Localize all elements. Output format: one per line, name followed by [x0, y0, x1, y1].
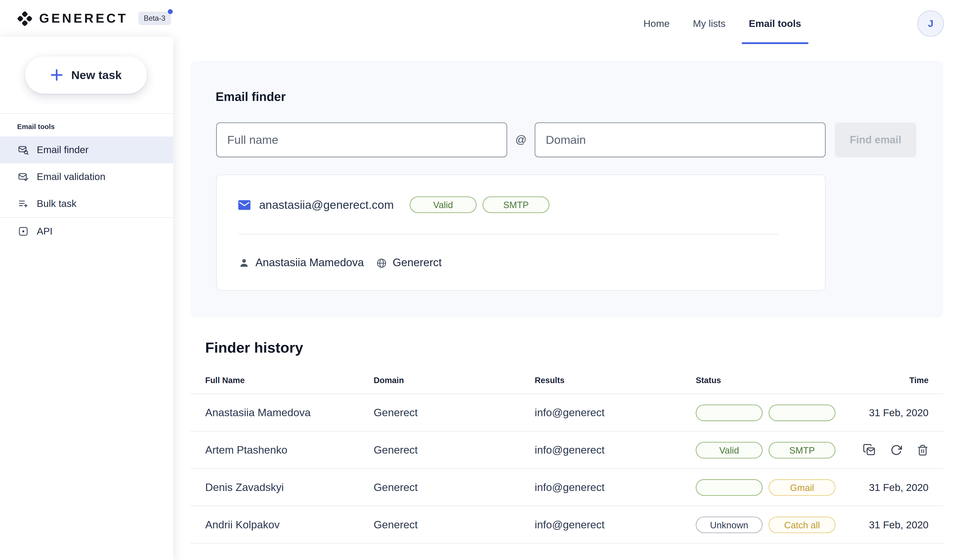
status-badge: SMTP — [768, 442, 835, 458]
email-finder-title: Email finder — [216, 90, 286, 104]
cell-name: Artem Ptashenko — [205, 443, 374, 456]
finder-history-title: Finder history — [205, 339, 943, 356]
beta-badge: Beta-3 — [138, 12, 171, 25]
cell-domain: Generect — [374, 443, 535, 456]
nav-item-home[interactable]: Home — [644, 0, 670, 48]
sidebar-item-email-validation[interactable]: Email validation — [0, 163, 174, 190]
status-badge — [696, 479, 762, 495]
table-row: Artem Ptashenko Generect info@generect V… — [190, 432, 943, 469]
cell-name: Anastasiia Mamedova — [205, 406, 374, 419]
sidebar-divider — [0, 113, 174, 114]
cell-time: 31 Feb, 2020 — [854, 481, 928, 493]
mail-icon — [238, 200, 250, 209]
sidebar-item-email-finder[interactable]: Email finder — [0, 136, 174, 163]
avatar[interactable]: J — [917, 11, 944, 37]
column-time: Time — [854, 376, 928, 385]
notification-dot — [168, 9, 173, 14]
sidebar: New task Email tools Email finder — [0, 37, 174, 560]
status-badge: Gmail — [768, 479, 835, 495]
api-box-icon — [17, 226, 29, 237]
sidebar-item-label: API — [37, 226, 53, 237]
status-badge: Valid — [696, 442, 762, 458]
column-full-name: Full Name — [205, 376, 374, 385]
app-root: GENERECT Beta-3 Home My lists Email tool… — [0, 0, 953, 560]
cell-status: Unknown Catch all — [696, 516, 854, 533]
table-row: Anastasiia Mamedova Generect info@genere… — [190, 394, 943, 432]
new-task-button[interactable]: New task — [25, 56, 147, 94]
find-email-button[interactable]: Find email — [835, 122, 916, 157]
finder-result-card: anastasiia@generect.com Valid SMTP Anast… — [216, 175, 826, 291]
cell-status — [696, 404, 854, 421]
sidebar-item-api[interactable]: API — [0, 218, 174, 245]
sidebar-item-label: Email finder — [37, 144, 88, 155]
cell-domain: Generect — [374, 406, 535, 419]
plus-icon — [51, 68, 64, 81]
status-badge — [696, 404, 762, 421]
email-finder-card: Email finder @ Find email anastasiia@gen… — [190, 60, 943, 318]
sidebar-item-bulk-task[interactable]: Bulk task — [0, 190, 174, 217]
cell-domain: Generect — [374, 518, 535, 531]
brand[interactable]: GENERECT Beta-3 — [16, 0, 171, 37]
globe-icon — [376, 257, 387, 268]
result-person-row: Anastasiia Mamedova Genererct — [239, 257, 442, 269]
top-navigation: Home My lists Email tools — [644, 0, 801, 48]
beta-badge-label: Beta-3 — [144, 14, 165, 23]
cell-results: info@generect — [535, 443, 696, 456]
column-results: Results — [535, 376, 696, 385]
result-badges: Valid SMTP — [410, 196, 549, 213]
status-badge: Valid — [410, 196, 476, 213]
cell-status: Valid SMTP — [696, 442, 854, 458]
result-email: anastasiia@generect.com — [259, 198, 394, 212]
history-header-row: Full Name Domain Results Status Time — [190, 367, 943, 394]
domain-input[interactable] — [535, 122, 826, 157]
cell-results: info@generect — [535, 481, 696, 493]
sidebar-item-label: Bulk task — [37, 198, 76, 209]
cell-name: Denis Zavadskyi — [205, 481, 374, 493]
status-badge: SMTP — [483, 196, 549, 213]
result-person-name: Anastasiia Mamedova — [255, 257, 364, 269]
sidebar-section-label: Email tools — [17, 123, 55, 130]
email-finder-form: @ Find email — [216, 122, 916, 157]
generect-logo-icon — [16, 10, 33, 26]
list-plus-icon — [17, 198, 29, 209]
sidebar-items: Email finder Email validation Bulk task — [0, 136, 174, 245]
email-search-icon — [17, 144, 29, 155]
column-domain: Domain — [374, 376, 535, 385]
nav-item-email-tools[interactable]: Email tools — [749, 0, 801, 48]
nav-item-my-lists[interactable]: My lists — [693, 0, 725, 48]
retry-icon[interactable] — [890, 443, 903, 456]
status-badge: Unknown — [696, 516, 762, 533]
cell-time: 31 Feb, 2020 — [854, 519, 928, 531]
finder-history: Finder history Full Name Domain Results … — [190, 333, 943, 543]
person-icon — [239, 258, 250, 268]
new-task-label: New task — [71, 68, 122, 82]
status-badge — [768, 404, 835, 421]
column-status: Status — [696, 376, 854, 385]
sidebar-item-label: Email validation — [37, 172, 105, 183]
result-divider — [238, 234, 778, 235]
delete-icon[interactable] — [917, 443, 928, 456]
email-check-icon — [17, 172, 29, 183]
result-email-row: anastasiia@generect.com Valid SMTP — [238, 196, 549, 213]
cell-results: info@generect — [535, 518, 696, 531]
brand-name: GENERECT — [39, 11, 128, 26]
row-actions — [854, 443, 928, 457]
full-name-input[interactable] — [216, 122, 507, 157]
cell-status: Gmail — [696, 479, 854, 495]
table-row: Denis Zavadskyi Generect info@generect G… — [190, 469, 943, 506]
cell-time: 31 Feb, 2020 — [854, 407, 928, 418]
cell-domain: Generect — [374, 481, 535, 493]
result-company: Genererct — [393, 257, 442, 269]
status-badge: Catch all — [768, 516, 835, 533]
at-symbol: @ — [507, 133, 535, 146]
cell-name: Andrii Kolpakov — [205, 518, 374, 531]
table-row: Andrii Kolpakov Generect info@generect U… — [190, 506, 943, 544]
copy-email-icon[interactable] — [863, 443, 876, 457]
cell-results: info@generect — [535, 406, 696, 419]
